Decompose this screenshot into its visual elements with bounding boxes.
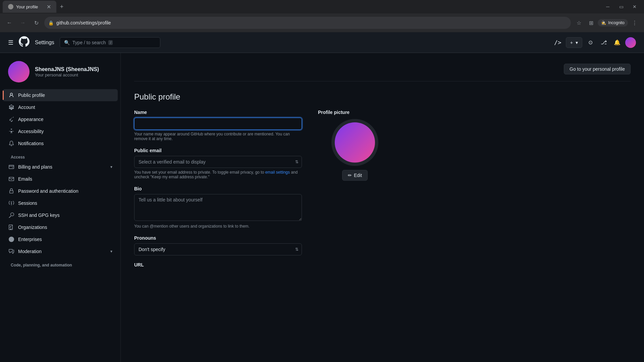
- inbox-button[interactable]: 🔔: [612, 37, 623, 48]
- browser-tabs: ─ ▭ ✕ Your profile ✕ +: [0, 0, 644, 13]
- credit-card-icon: [8, 164, 15, 170]
- maximize-button[interactable]: ▭: [617, 3, 625, 11]
- organization-icon: [8, 224, 15, 231]
- pull-requests-button[interactable]: ⎇: [598, 37, 609, 48]
- form-grid: Name Your name may appear around GitHub …: [134, 110, 631, 274]
- nav-right: /> + ▾ ⊙ ⎇ 🔔: [552, 37, 636, 48]
- sidebar-account-type: Your personal account: [35, 72, 99, 77]
- main-layout: SheenaJNS (SheenaJNS) Your personal acco…: [0, 53, 644, 362]
- bio-textarea[interactable]: [134, 194, 302, 221]
- sidebar-item-appearance[interactable]: Appearance: [3, 113, 118, 125]
- issues-button[interactable]: ⊙: [585, 37, 596, 48]
- terminal-button[interactable]: />: [552, 37, 563, 48]
- address-bar[interactable]: 🔒 github.com/settings/profile: [44, 17, 571, 29]
- plus-icon: +: [570, 40, 573, 45]
- form-main: Name Your name may appear around GitHub …: [134, 110, 302, 274]
- form-sidebar: Profile picture ✏ Edit: [318, 110, 392, 274]
- sidebar-item-label: Notifications: [18, 141, 44, 146]
- bookmark-button[interactable]: ☆: [574, 17, 584, 28]
- profile-picture-section: Profile picture ✏ Edit: [318, 110, 392, 181]
- hamburger-menu-button[interactable]: ☰: [8, 39, 13, 46]
- tab-favicon: [8, 4, 13, 9]
- browser-tab-profile[interactable]: Your profile ✕: [3, 1, 56, 13]
- sidebar-item-account[interactable]: Account: [3, 101, 118, 113]
- go-to-profile-button[interactable]: Go to your personal profile: [564, 64, 631, 74]
- content-area: Go to your personal profile Public profi…: [121, 53, 644, 362]
- profile-picture-label: Profile picture: [318, 110, 350, 115]
- chevron-down-icon: ▾: [576, 40, 578, 45]
- gear-icon: [8, 104, 15, 111]
- url-field-group: URL: [134, 262, 302, 267]
- edit-label: Edit: [354, 173, 362, 178]
- nav-settings-title: Settings: [35, 40, 54, 46]
- sidebar-item-label: Billing and plans: [18, 164, 52, 170]
- user-avatar[interactable]: [625, 37, 636, 48]
- email-hint: You have set your email address to priva…: [134, 170, 302, 179]
- sidebar-item-label: SSH and GPG keys: [18, 213, 60, 218]
- sidebar-item-sessions[interactable]: Sessions: [3, 197, 118, 209]
- incognito-badge: 🕵 Incognito: [598, 19, 628, 26]
- extension-button[interactable]: ⊞: [586, 17, 596, 28]
- url-display: github.com/settings/profile: [56, 20, 111, 25]
- sidebar-item-label: Password and authentication: [18, 188, 78, 194]
- sidebar-item-label: Sessions: [18, 200, 37, 206]
- sidebar-item-label: Enterprises: [18, 237, 42, 242]
- tab-close-button[interactable]: ✕: [47, 4, 51, 10]
- name-label: Name: [134, 110, 302, 115]
- accessibility-icon: [8, 128, 15, 135]
- sidebar-item-moderation[interactable]: Moderation ▾: [3, 245, 118, 257]
- search-box[interactable]: 🔍 Type / to search /: [60, 37, 160, 48]
- browser-actions: ☆ ⊞ 🕵 Incognito ⋮: [574, 17, 640, 28]
- close-button[interactable]: ✕: [631, 3, 639, 11]
- chevron-right-icon: ▾: [110, 165, 112, 169]
- email-field-group: Public email Select a verified email to …: [134, 148, 302, 179]
- sidebar-item-public-profile[interactable]: Public profile: [3, 89, 118, 101]
- browser-controls: ← → ↻ 🔒 github.com/settings/profile ☆ ⊞ …: [0, 13, 644, 32]
- refresh-button[interactable]: ↻: [31, 17, 42, 28]
- sidebar-item-ssh[interactable]: SSH and GPG keys: [3, 209, 118, 221]
- sidebar-item-label: Emails: [18, 176, 32, 182]
- email-select[interactable]: Select a verified email to display: [134, 156, 302, 168]
- page-title: Public profile: [134, 92, 631, 102]
- back-button[interactable]: ←: [4, 17, 15, 28]
- new-dropdown-button[interactable]: + ▾: [566, 37, 582, 48]
- bio-field-group: Bio You can @mention other users and org…: [134, 186, 302, 229]
- sidebar-item-organizations[interactable]: Organizations: [3, 221, 118, 233]
- menu-button[interactable]: ⋮: [629, 17, 640, 28]
- sidebar-avatar: [8, 61, 30, 82]
- person-icon: [8, 92, 15, 99]
- incognito-label: Incognito: [608, 20, 625, 25]
- email-select-wrapper: Select a verified email to display ⇅: [134, 156, 302, 168]
- sidebar-nav: Public profile Account Appearance: [0, 89, 120, 269]
- name-input[interactable]: [134, 118, 302, 130]
- sidebar-item-password[interactable]: Password and authentication: [3, 185, 118, 197]
- minimize-button[interactable]: ─: [604, 3, 612, 11]
- app-area: ☰ Settings 🔍 Type / to search / /> + ▾ ⊙…: [0, 32, 644, 362]
- settings-sidebar: SheenaJNS (SheenaJNS) Your personal acco…: [0, 53, 121, 362]
- pronouns-select-wrapper: Don't specify they/them she/her he/him C…: [134, 243, 302, 255]
- new-tab-button[interactable]: +: [56, 1, 67, 12]
- pronouns-select[interactable]: Don't specify they/them she/her he/him C…: [134, 243, 302, 255]
- profile-picture-circle: [331, 119, 378, 166]
- sidebar-item-accessibility[interactable]: Accessibility: [3, 125, 118, 137]
- profile-picture-avatar: [335, 122, 375, 163]
- forward-button[interactable]: →: [17, 17, 28, 28]
- sidebar-item-label: Public profile: [18, 93, 45, 98]
- edit-picture-button[interactable]: ✏ Edit: [342, 170, 368, 181]
- sidebar-item-billing[interactable]: Billing and plans ▾: [3, 161, 118, 173]
- sidebar-item-emails[interactable]: Emails: [3, 173, 118, 185]
- sidebar-item-label: Account: [18, 105, 35, 110]
- sidebar-item-enterprises[interactable]: Enterprises: [3, 233, 118, 245]
- url-label: URL: [134, 262, 302, 267]
- email-hint-pre: You have set your email address to priva…: [134, 170, 264, 175]
- sidebar-user-info: SheenaJNS (SheenaJNS) Your personal acco…: [35, 66, 99, 77]
- top-nav: ☰ Settings 🔍 Type / to search / /> + ▾ ⊙…: [0, 32, 644, 53]
- email-settings-link[interactable]: email settings: [265, 170, 290, 175]
- github-logo[interactable]: [19, 36, 30, 49]
- incognito-icon: 🕵: [601, 20, 606, 25]
- sidebar-username: SheenaJNS (SheenaJNS): [35, 66, 99, 72]
- lock-icon: [8, 188, 15, 194]
- sidebar-item-notifications[interactable]: Notifications: [3, 137, 118, 149]
- search-placeholder: Type / to search: [72, 40, 106, 45]
- key-icon: [8, 212, 15, 219]
